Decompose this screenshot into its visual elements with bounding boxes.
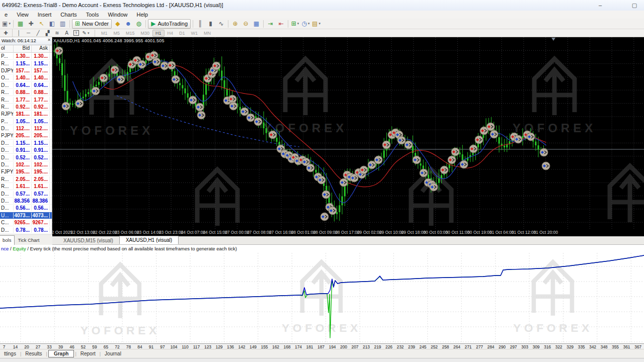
buy-trade-marker[interactable] xyxy=(92,87,100,95)
sell-trade-marker[interactable] xyxy=(487,123,495,131)
new-order-button[interactable]: ⊞New Order xyxy=(72,19,112,29)
buy-trade-marker[interactable] xyxy=(514,135,522,143)
styles-button[interactable]: ◆ xyxy=(113,19,122,29)
menu-file-partial[interactable]: e xyxy=(0,11,12,19)
buy-trade-marker[interactable] xyxy=(172,75,180,83)
autotrading-button[interactable]: ▶AutoTrading xyxy=(148,19,191,29)
sell-trade-marker[interactable] xyxy=(269,131,277,139)
account-button[interactable]: ☻ xyxy=(123,19,133,29)
sell-trade-marker[interactable] xyxy=(168,61,176,69)
sell-trade-marker[interactable] xyxy=(382,141,390,149)
crosshair-tool[interactable]: ✚ xyxy=(2,30,10,37)
sell-trade-marker[interactable] xyxy=(360,166,368,174)
market-watch-row[interactable]: U...4073...4073... xyxy=(0,212,52,219)
buy-trade-marker[interactable] xyxy=(152,58,160,66)
tester-tab-graph[interactable]: Graph xyxy=(48,350,74,357)
buy-trade-marker[interactable] xyxy=(247,114,255,122)
market-watch-row[interactable]: D...0.91...0.91... xyxy=(0,147,52,154)
auto-scroll-button[interactable]: ⇥ xyxy=(266,19,275,29)
sell-trade-marker[interactable] xyxy=(475,136,483,144)
zoom-out-button[interactable]: ⊖ xyxy=(241,19,251,29)
market-watch-row[interactable]: R...2.05...2.05... xyxy=(0,176,52,183)
community-button[interactable]: ◍ xyxy=(134,19,143,29)
timeframe-h4[interactable]: H4 xyxy=(165,30,177,37)
buy-trade-marker[interactable] xyxy=(527,133,535,141)
buy-trade-marker[interactable] xyxy=(197,111,205,119)
market-watch-row[interactable]: DJPY157....157.... xyxy=(0,67,52,74)
buy-trade-marker[interactable] xyxy=(374,156,382,164)
market-watch-row[interactable]: D...1.15...1.15... xyxy=(0,140,52,147)
market-watch-row[interactable]: P...1.05...1.05... xyxy=(0,118,52,125)
column-ask[interactable]: Ask xyxy=(32,45,50,52)
equity-graph-canvas[interactable]: YOFOREXYOFOREXYOFOREX xyxy=(0,253,644,343)
tile-windows-button[interactable]: ▦ xyxy=(252,19,261,29)
buy-trade-marker[interactable] xyxy=(413,156,421,164)
shapes-tool[interactable]: ✎▾ xyxy=(82,30,90,37)
equidistant-channel-tool[interactable]: ▞ xyxy=(44,30,51,37)
trendline-tool[interactable]: ╱ xyxy=(34,30,42,37)
buy-trade-marker[interactable] xyxy=(329,207,337,215)
timeframe-m15[interactable]: M15 xyxy=(123,30,138,37)
market-watch-row[interactable]: RJPY181....181.... xyxy=(0,111,52,118)
close-icon[interactable]: ✕ xyxy=(47,38,51,42)
tester-tab-ttings[interactable]: ttings xyxy=(0,350,20,357)
crosshair-button[interactable]: ✚ xyxy=(26,19,36,29)
new-chart-button[interactable]: ▦ xyxy=(16,19,25,29)
buy-trade-marker[interactable] xyxy=(317,176,326,184)
buy-trade-marker[interactable] xyxy=(240,108,249,116)
timeframe-w1[interactable]: W1 xyxy=(188,30,201,37)
market-window-button[interactable]: ▥ xyxy=(58,19,67,29)
column-bid[interactable]: Bid xyxy=(14,45,32,52)
buy-trade-marker[interactable] xyxy=(306,164,314,172)
maximize-button[interactable]: ▢ xyxy=(627,0,642,11)
timeframe-m30[interactable]: M30 xyxy=(138,30,153,37)
menu-view[interactable]: View xyxy=(12,11,33,19)
market-watch-row[interactable]: R...0.92...0.92... xyxy=(0,104,52,111)
sell-trade-marker[interactable] xyxy=(100,74,108,82)
tester-tab-journal[interactable]: Journal xyxy=(101,350,125,357)
buy-trade-marker[interactable] xyxy=(405,141,413,149)
market-watch-row[interactable]: R...1.61...1.61... xyxy=(0,183,52,190)
text-label-tool[interactable]: T xyxy=(72,30,80,37)
buy-trade-marker[interactable] xyxy=(397,136,406,144)
market-watch-row[interactable]: FJPY195....195.... xyxy=(0,168,52,175)
buy-trade-marker[interactable] xyxy=(196,103,204,111)
market-watch-row[interactable]: D...0.52...0.52... xyxy=(0,154,52,161)
chart-shift-button[interactable]: ⇤ xyxy=(276,19,286,29)
chart-tab-xauusd-h1-visual-[interactable]: XAUUSD,H1 (visual) xyxy=(119,236,179,244)
buy-trade-marker[interactable] xyxy=(138,60,146,68)
buy-trade-marker[interactable] xyxy=(540,148,548,156)
horizontal-line-tool[interactable]: ─ xyxy=(25,30,32,37)
market-watch-row[interactable]: R...1.15...1.15... xyxy=(0,60,52,67)
market-watch-row[interactable]: D...0.64...0.64... xyxy=(0,82,52,89)
column-symbol[interactable]: ol xyxy=(0,45,14,52)
buy-trade-marker[interactable] xyxy=(229,102,237,110)
market-watch-tab-tick-chart[interactable]: Tick Chart xyxy=(15,236,42,245)
market-watch-row[interactable]: D...0.57...0.57... xyxy=(0,190,52,197)
timeframe-h1[interactable]: H1 xyxy=(152,30,165,37)
zoom-in-button[interactable]: ⊕ xyxy=(230,19,240,29)
market-watch-tab-bols[interactable]: bols xyxy=(0,235,15,245)
sell-trade-marker[interactable] xyxy=(228,95,236,103)
menu-window[interactable]: Window xyxy=(103,11,132,19)
sell-trade-marker[interactable] xyxy=(469,145,477,153)
buy-trade-marker[interactable] xyxy=(189,96,197,104)
sell-trade-marker[interactable] xyxy=(440,166,448,174)
market-watch-row[interactable]: C...9265...9267... xyxy=(0,219,52,226)
market-watch-row[interactable]: O...1.40...1.40... xyxy=(0,74,52,81)
menu-insert[interactable]: Insert xyxy=(33,11,56,19)
buy-trade-marker[interactable] xyxy=(75,100,84,108)
buy-trade-marker[interactable] xyxy=(62,102,70,110)
timeframe-mn[interactable]: MN xyxy=(201,30,214,37)
market-watch-row[interactable]: R...0.88...0.88... xyxy=(0,89,52,96)
buy-trade-marker[interactable] xyxy=(254,118,262,126)
tester-tab-results[interactable]: Results xyxy=(21,350,46,357)
market-watch-row[interactable]: D...112....112.... xyxy=(0,125,52,132)
chart-tab-xauusd-m15-visual-[interactable]: XAUUSD,M15 (visual) xyxy=(57,237,119,244)
chart-layout-button[interactable]: ◧ xyxy=(47,19,57,29)
timeframe-m1[interactable]: M1 xyxy=(98,30,111,37)
buy-trade-marker[interactable] xyxy=(430,183,438,191)
buy-trade-marker[interactable] xyxy=(368,161,376,169)
menu-help[interactable]: Help xyxy=(132,11,153,19)
tester-graph[interactable]: YOFOREXYOFOREXYOFOREX xyxy=(0,253,644,343)
